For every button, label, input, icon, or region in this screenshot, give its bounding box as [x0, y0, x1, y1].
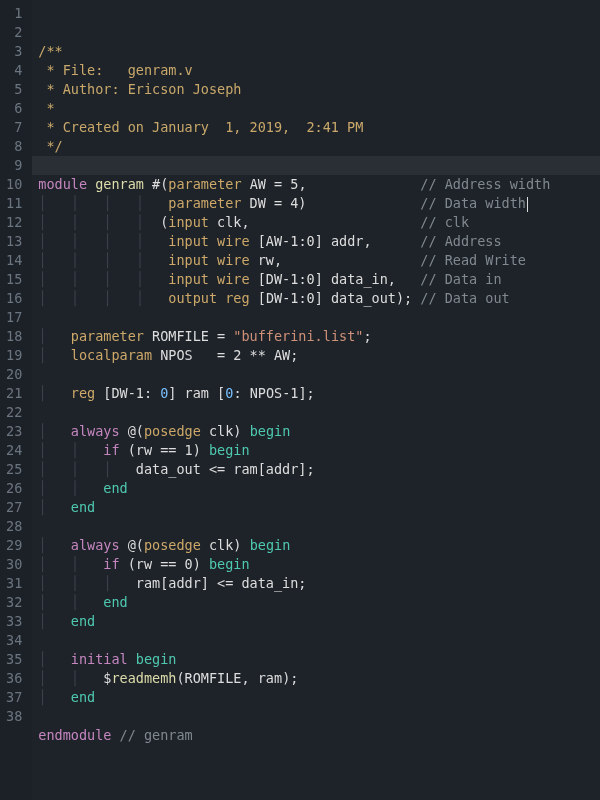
line-number: 6	[6, 99, 22, 118]
code-editor: 1 2 3 4 5 6 7 8 9 10 11 12 13 14 15 16 1…	[0, 0, 600, 800]
line-number: 10	[6, 175, 22, 194]
line-number: 31	[6, 574, 22, 593]
line-number: 17	[6, 308, 22, 327]
line-number: 12	[6, 213, 22, 232]
line-number: 9	[6, 156, 22, 175]
text-cursor	[527, 197, 528, 212]
line-number: 23	[6, 422, 22, 441]
line-number: 18	[6, 327, 22, 346]
line-number: 13	[6, 232, 22, 251]
line-number: 29	[6, 536, 22, 555]
current-line-highlight	[32, 156, 600, 175]
line-number: 33	[6, 612, 22, 631]
line-number: 2	[6, 23, 22, 42]
line-number: 20	[6, 365, 22, 384]
line-number: 5	[6, 80, 22, 99]
line-number: 7	[6, 118, 22, 137]
line-number: 32	[6, 593, 22, 612]
line-number: 26	[6, 479, 22, 498]
line-number-gutter: 1 2 3 4 5 6 7 8 9 10 11 12 13 14 15 16 1…	[0, 0, 32, 800]
line-number: 11	[6, 194, 22, 213]
line-number: 25	[6, 460, 22, 479]
line-number: 28	[6, 517, 22, 536]
line-number: 21	[6, 384, 22, 403]
line-number: 36	[6, 669, 22, 688]
line-number: 35	[6, 650, 22, 669]
line-number: 1	[6, 4, 22, 23]
line-number: 19	[6, 346, 22, 365]
code-content[interactable]: /** * File: genram.v * Author: Ericson J…	[38, 42, 600, 745]
line-number: 37	[6, 688, 22, 707]
line-number: 38	[6, 707, 22, 726]
line-number: 24	[6, 441, 22, 460]
code-area[interactable]: /** * File: genram.v * Author: Ericson J…	[32, 0, 600, 800]
line-number: 4	[6, 61, 22, 80]
line-number: 8	[6, 137, 22, 156]
line-number: 3	[6, 42, 22, 61]
line-number: 34	[6, 631, 22, 650]
line-number: 22	[6, 403, 22, 422]
line-number: 27	[6, 498, 22, 517]
line-number: 15	[6, 270, 22, 289]
line-number: 16	[6, 289, 22, 308]
line-number: 14	[6, 251, 22, 270]
line-number: 30	[6, 555, 22, 574]
